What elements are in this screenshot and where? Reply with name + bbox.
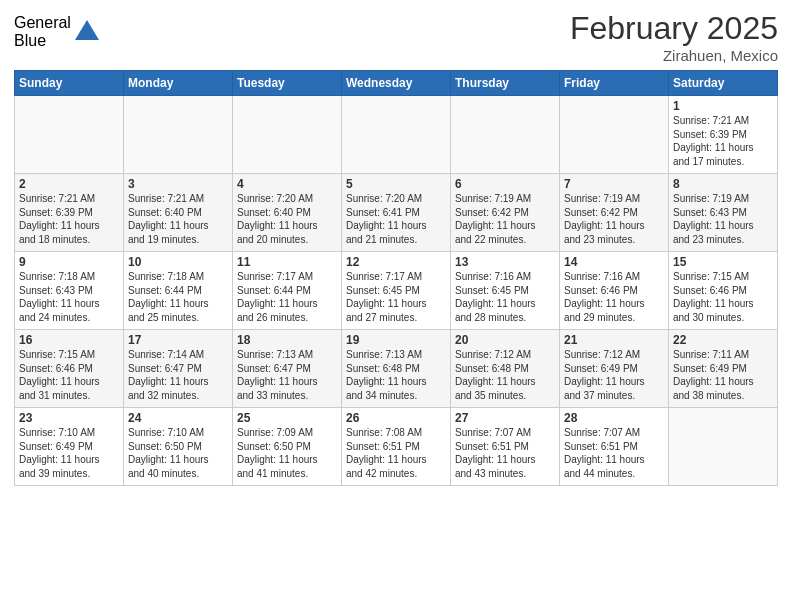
day-number: 5 xyxy=(346,177,446,191)
day-cell-0-1 xyxy=(124,96,233,174)
day-number: 26 xyxy=(346,411,446,425)
day-cell-1-2: 4Sunrise: 7:20 AMSunset: 6:40 PMDaylight… xyxy=(233,174,342,252)
col-saturday: Saturday xyxy=(669,71,778,96)
day-cell-3-0: 16Sunrise: 7:15 AMSunset: 6:46 PMDayligh… xyxy=(15,330,124,408)
col-friday: Friday xyxy=(560,71,669,96)
day-number: 14 xyxy=(564,255,664,269)
day-cell-3-1: 17Sunrise: 7:14 AMSunset: 6:47 PMDayligh… xyxy=(124,330,233,408)
day-cell-3-2: 18Sunrise: 7:13 AMSunset: 6:47 PMDayligh… xyxy=(233,330,342,408)
logo-icon xyxy=(73,18,101,46)
day-cell-3-3: 19Sunrise: 7:13 AMSunset: 6:48 PMDayligh… xyxy=(342,330,451,408)
calendar-header-row: Sunday Monday Tuesday Wednesday Thursday… xyxy=(15,71,778,96)
week-row-2: 9Sunrise: 7:18 AMSunset: 6:43 PMDaylight… xyxy=(15,252,778,330)
day-info: Sunrise: 7:17 AMSunset: 6:44 PMDaylight:… xyxy=(237,270,337,324)
day-info: Sunrise: 7:08 AMSunset: 6:51 PMDaylight:… xyxy=(346,426,446,480)
logo: General Blue xyxy=(14,14,101,49)
week-row-3: 16Sunrise: 7:15 AMSunset: 6:46 PMDayligh… xyxy=(15,330,778,408)
day-info: Sunrise: 7:13 AMSunset: 6:48 PMDaylight:… xyxy=(346,348,446,402)
day-info: Sunrise: 7:09 AMSunset: 6:50 PMDaylight:… xyxy=(237,426,337,480)
day-number: 8 xyxy=(673,177,773,191)
day-info: Sunrise: 7:19 AMSunset: 6:42 PMDaylight:… xyxy=(455,192,555,246)
day-info: Sunrise: 7:17 AMSunset: 6:45 PMDaylight:… xyxy=(346,270,446,324)
day-cell-2-6: 15Sunrise: 7:15 AMSunset: 6:46 PMDayligh… xyxy=(669,252,778,330)
day-cell-4-5: 28Sunrise: 7:07 AMSunset: 6:51 PMDayligh… xyxy=(560,408,669,486)
day-cell-1-0: 2Sunrise: 7:21 AMSunset: 6:39 PMDaylight… xyxy=(15,174,124,252)
day-info: Sunrise: 7:20 AMSunset: 6:41 PMDaylight:… xyxy=(346,192,446,246)
day-cell-3-6: 22Sunrise: 7:11 AMSunset: 6:49 PMDayligh… xyxy=(669,330,778,408)
day-info: Sunrise: 7:20 AMSunset: 6:40 PMDaylight:… xyxy=(237,192,337,246)
day-cell-0-3 xyxy=(342,96,451,174)
day-info: Sunrise: 7:14 AMSunset: 6:47 PMDaylight:… xyxy=(128,348,228,402)
location: Zirahuen, Mexico xyxy=(570,47,778,64)
day-info: Sunrise: 7:19 AMSunset: 6:42 PMDaylight:… xyxy=(564,192,664,246)
day-number: 13 xyxy=(455,255,555,269)
day-number: 4 xyxy=(237,177,337,191)
day-cell-1-4: 6Sunrise: 7:19 AMSunset: 6:42 PMDaylight… xyxy=(451,174,560,252)
day-info: Sunrise: 7:21 AMSunset: 6:40 PMDaylight:… xyxy=(128,192,228,246)
day-number: 12 xyxy=(346,255,446,269)
day-info: Sunrise: 7:19 AMSunset: 6:43 PMDaylight:… xyxy=(673,192,773,246)
day-cell-0-5 xyxy=(560,96,669,174)
day-number: 2 xyxy=(19,177,119,191)
day-cell-2-5: 14Sunrise: 7:16 AMSunset: 6:46 PMDayligh… xyxy=(560,252,669,330)
logo-blue: Blue xyxy=(14,32,71,50)
col-wednesday: Wednesday xyxy=(342,71,451,96)
page: General Blue February 2025 Zirahuen, Mex… xyxy=(0,0,792,612)
week-row-1: 2Sunrise: 7:21 AMSunset: 6:39 PMDaylight… xyxy=(15,174,778,252)
svg-marker-0 xyxy=(75,20,99,40)
day-info: Sunrise: 7:18 AMSunset: 6:43 PMDaylight:… xyxy=(19,270,119,324)
day-number: 28 xyxy=(564,411,664,425)
day-number: 11 xyxy=(237,255,337,269)
day-number: 22 xyxy=(673,333,773,347)
day-cell-2-0: 9Sunrise: 7:18 AMSunset: 6:43 PMDaylight… xyxy=(15,252,124,330)
day-info: Sunrise: 7:21 AMSunset: 6:39 PMDaylight:… xyxy=(673,114,773,168)
day-cell-4-6 xyxy=(669,408,778,486)
day-cell-4-1: 24Sunrise: 7:10 AMSunset: 6:50 PMDayligh… xyxy=(124,408,233,486)
day-cell-1-3: 5Sunrise: 7:20 AMSunset: 6:41 PMDaylight… xyxy=(342,174,451,252)
day-info: Sunrise: 7:11 AMSunset: 6:49 PMDaylight:… xyxy=(673,348,773,402)
day-number: 24 xyxy=(128,411,228,425)
day-number: 1 xyxy=(673,99,773,113)
day-number: 9 xyxy=(19,255,119,269)
day-info: Sunrise: 7:10 AMSunset: 6:49 PMDaylight:… xyxy=(19,426,119,480)
day-cell-2-2: 11Sunrise: 7:17 AMSunset: 6:44 PMDayligh… xyxy=(233,252,342,330)
day-cell-1-6: 8Sunrise: 7:19 AMSunset: 6:43 PMDaylight… xyxy=(669,174,778,252)
day-info: Sunrise: 7:12 AMSunset: 6:49 PMDaylight:… xyxy=(564,348,664,402)
calendar-table: Sunday Monday Tuesday Wednesday Thursday… xyxy=(14,70,778,486)
day-info: Sunrise: 7:16 AMSunset: 6:45 PMDaylight:… xyxy=(455,270,555,324)
day-number: 21 xyxy=(564,333,664,347)
day-cell-0-2 xyxy=(233,96,342,174)
day-cell-2-1: 10Sunrise: 7:18 AMSunset: 6:44 PMDayligh… xyxy=(124,252,233,330)
day-cell-2-3: 12Sunrise: 7:17 AMSunset: 6:45 PMDayligh… xyxy=(342,252,451,330)
week-row-0: 1Sunrise: 7:21 AMSunset: 6:39 PMDaylight… xyxy=(15,96,778,174)
logo-general: General xyxy=(14,14,71,32)
day-number: 6 xyxy=(455,177,555,191)
header: General Blue February 2025 Zirahuen, Mex… xyxy=(14,10,778,64)
day-cell-4-0: 23Sunrise: 7:10 AMSunset: 6:49 PMDayligh… xyxy=(15,408,124,486)
day-number: 23 xyxy=(19,411,119,425)
day-number: 20 xyxy=(455,333,555,347)
day-cell-3-4: 20Sunrise: 7:12 AMSunset: 6:48 PMDayligh… xyxy=(451,330,560,408)
col-thursday: Thursday xyxy=(451,71,560,96)
day-number: 3 xyxy=(128,177,228,191)
day-cell-4-3: 26Sunrise: 7:08 AMSunset: 6:51 PMDayligh… xyxy=(342,408,451,486)
day-cell-4-2: 25Sunrise: 7:09 AMSunset: 6:50 PMDayligh… xyxy=(233,408,342,486)
day-cell-4-4: 27Sunrise: 7:07 AMSunset: 6:51 PMDayligh… xyxy=(451,408,560,486)
day-info: Sunrise: 7:15 AMSunset: 6:46 PMDaylight:… xyxy=(19,348,119,402)
day-info: Sunrise: 7:10 AMSunset: 6:50 PMDaylight:… xyxy=(128,426,228,480)
day-cell-3-5: 21Sunrise: 7:12 AMSunset: 6:49 PMDayligh… xyxy=(560,330,669,408)
day-info: Sunrise: 7:07 AMSunset: 6:51 PMDaylight:… xyxy=(455,426,555,480)
day-cell-1-5: 7Sunrise: 7:19 AMSunset: 6:42 PMDaylight… xyxy=(560,174,669,252)
month-title: February 2025 xyxy=(570,10,778,47)
day-info: Sunrise: 7:07 AMSunset: 6:51 PMDaylight:… xyxy=(564,426,664,480)
day-number: 27 xyxy=(455,411,555,425)
day-number: 17 xyxy=(128,333,228,347)
logo-text: General Blue xyxy=(14,14,71,49)
day-cell-2-4: 13Sunrise: 7:16 AMSunset: 6:45 PMDayligh… xyxy=(451,252,560,330)
day-number: 7 xyxy=(564,177,664,191)
day-number: 19 xyxy=(346,333,446,347)
col-sunday: Sunday xyxy=(15,71,124,96)
day-cell-0-4 xyxy=(451,96,560,174)
day-cell-1-1: 3Sunrise: 7:21 AMSunset: 6:40 PMDaylight… xyxy=(124,174,233,252)
day-number: 15 xyxy=(673,255,773,269)
